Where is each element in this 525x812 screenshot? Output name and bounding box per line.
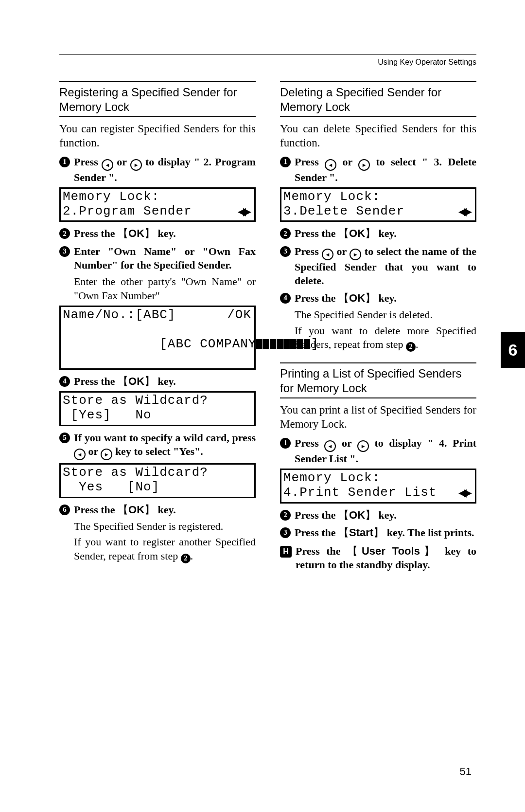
lcd-display: Store as Wildcard? [Yes] No [59, 391, 256, 426]
columns: Registering a Specified Sender for Memor… [59, 81, 476, 575]
step-note: If you want to delete more Specified Sen… [295, 324, 476, 352]
lcd-line: Memory Lock: [283, 471, 380, 486]
step-number-icon: 2 [280, 228, 291, 239]
section-rule [280, 81, 476, 82]
lcd-line: 3.Delete Sender [283, 204, 404, 219]
step-text: key. [376, 227, 397, 239]
lcd-line: Memory Lock: [63, 190, 159, 204]
step-text: or [336, 156, 358, 168]
step-number-icon: 6 [59, 505, 70, 515]
right-arrow-icon: ▸ [350, 249, 361, 260]
step-number-icon: 4 [59, 376, 70, 387]
lcd-display: Name/No.:[ABC]/OK [ABC COMPANY] [59, 306, 256, 370]
step-text: Press [74, 156, 102, 168]
step-note: If you want to register another Specifie… [74, 535, 256, 563]
right-arrow-icon: ▸ [101, 449, 112, 460]
step-number-icon: 3 [59, 246, 70, 257]
step-text: Press the [296, 545, 347, 557]
step-number-icon: 3 [280, 527, 291, 538]
section-rule [59, 81, 256, 82]
left-arrow-icon: ◂ [324, 440, 336, 452]
step-text: or [86, 445, 101, 457]
step-number-icon: 3 [280, 246, 291, 257]
step-text: or [113, 156, 130, 168]
lcd-line: Yes [No] [63, 480, 159, 495]
lcd-line: Store as Wildcard? [63, 394, 208, 408]
step-note: The Specified Sender is registered. [74, 520, 256, 534]
intro-text: You can delete Specified Senders for thi… [280, 122, 476, 150]
step-text: key to select "Yes". [112, 445, 203, 457]
step-text: key. [376, 509, 397, 521]
step-2: 2 Press the OK key. [59, 227, 256, 240]
step-4: 4 Press the OK key. [280, 291, 476, 305]
step-text: or [333, 245, 350, 257]
step-text: Press the [295, 526, 338, 539]
step-text: key. [376, 292, 397, 304]
lcd-line: /OK [227, 308, 251, 323]
step-text: Press the [74, 375, 118, 387]
lcd-display: Memory Lock: 3.Delete Sender◀▶ [280, 187, 476, 222]
major-step-H: H Press the User Tools key to return to … [280, 544, 476, 572]
step-5: 5 If you want to specify a wild card, pr… [59, 431, 256, 460]
step-number-icon: 5 [59, 433, 70, 443]
lcd-display: Memory Lock: 2.Program Sender◀▶ [59, 187, 256, 222]
section-heading-delete: Deleting a Specified Sender for Memory L… [280, 85, 476, 114]
top-rule [59, 54, 476, 55]
left-arrow-icon: ◂ [325, 159, 336, 171]
left-column: Registering a Specified Sender for Memor… [59, 81, 256, 575]
step-4: 4 Press the OK key. [59, 375, 256, 388]
step-text: Press [295, 156, 325, 168]
step-text: Press the [295, 509, 338, 521]
step-note: Enter the other party's "Own Name" or "O… [74, 275, 256, 303]
step-3: 3 Press the Start key. The list prints. [280, 526, 476, 540]
lcd-display: Store as Wildcard? Yes [No] [59, 463, 256, 498]
step-1: 1 Press ◂ or ▸ to display " 2. Program S… [59, 155, 256, 184]
step-text: key. [155, 504, 176, 516]
right-arrow-icon: ▸ [130, 159, 142, 171]
step-ref-icon: 2 [406, 342, 416, 352]
step-number-icon: 4 [280, 293, 291, 304]
ok-key: OK [118, 227, 155, 239]
step-number-icon: 1 [59, 157, 70, 167]
step-text: Press [295, 437, 324, 449]
step-number-icon: 1 [280, 157, 291, 167]
step-number-icon: 2 [59, 228, 70, 239]
lcd-line: Name/No.:[ABC] [63, 308, 175, 323]
step-text: If you want to specify a wild card, pres… [74, 432, 256, 444]
step-1: 1 Press ◂ or ▸ to display " 4. Print Sen… [280, 436, 476, 466]
step-number-icon: 1 [280, 438, 291, 449]
lcd-arrows-icon: ◀▶ [458, 205, 472, 217]
user-tools-key: User Tools [347, 545, 438, 557]
section-rule [280, 116, 476, 117]
major-step-icon: H [280, 546, 292, 558]
section-heading-print: Printing a List of Specified Senders for… [280, 366, 476, 396]
lcd-arrows-icon: ◀▶ [238, 205, 251, 217]
section-heading-register: Registering a Specified Sender for Memor… [59, 85, 256, 114]
ok-key: OK [118, 504, 155, 516]
lcd-line: Memory Lock: [283, 190, 380, 204]
section-rule [280, 362, 476, 363]
step-text: key. The list prints. [384, 526, 474, 539]
lcd-line: [ABC COMPANY [159, 337, 256, 351]
step-note: The Specified Sender is deleted. [295, 308, 476, 322]
step-text: Press the [74, 227, 118, 239]
start-key: Start [338, 526, 384, 539]
page-header-label: Using Key Operator Settings [59, 58, 476, 67]
step-3: 3 Press ◂ or ▸ to select the name of the… [280, 245, 476, 288]
lcd-line: Store as Wildcard? [63, 466, 208, 480]
chapter-tab: 6 [501, 332, 525, 368]
step-text: or [336, 437, 357, 449]
step-text: Press the [295, 227, 338, 239]
intro-text: You can print a list of Specified Sender… [280, 403, 476, 432]
step-text: key. [155, 227, 176, 239]
step-1: 1 Press ◂ or ▸ to select " 3. Delete Sen… [280, 155, 476, 184]
step-3: 3 Enter "Own Name" or "Own Fax Number" f… [59, 245, 256, 272]
step-text: Press [295, 245, 322, 257]
ok-key: OK [118, 375, 155, 387]
page-number: 51 [460, 765, 472, 778]
step-number-icon: 2 [280, 510, 291, 521]
lcd-line: 2.Program Sender [63, 204, 192, 219]
left-arrow-icon: ◂ [322, 249, 333, 260]
left-arrow-icon: ◂ [74, 449, 86, 460]
step-2: 2 Press the OK key. [280, 227, 476, 240]
